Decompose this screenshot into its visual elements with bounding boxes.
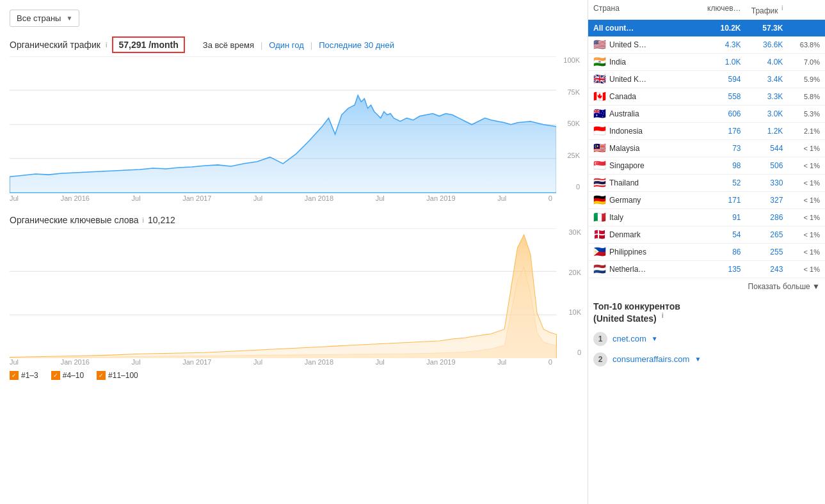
country-name: Philippines	[609, 248, 646, 256]
time-filter-year[interactable]: Один год	[269, 40, 303, 50]
country-cell: 🇳🇱 Netherla…	[593, 264, 688, 274]
keywords-y-labels: 30K 20K 10K 0	[557, 228, 581, 356]
table-row[interactable]: 🇵🇭 Philippines 86 255 < 1%	[588, 244, 825, 261]
all-countries-traffic: 57.3K	[741, 24, 783, 33]
keywords-count: 52	[688, 178, 741, 187]
country-name: India	[609, 58, 626, 67]
traffic-count: 506	[741, 161, 783, 170]
table-all-countries-row[interactable]: All count… 10.2K 57.3K	[588, 20, 825, 36]
table-row[interactable]: 🇮🇹 Italy 91 286 < 1%	[588, 209, 825, 226]
dropdown-label: Все страны	[17, 13, 61, 23]
flag-icon: 🇬🇧	[593, 74, 606, 84]
table-row[interactable]: 🇹🇭 Thailand 52 330 < 1%	[588, 175, 825, 192]
competitors-title: Топ-10 конкурентов(United States) i	[593, 301, 820, 324]
table-row[interactable]: 🇸🇬 Singapore 98 506 < 1%	[588, 157, 825, 175]
table-row[interactable]: 🇩🇰 Denmark 54 265 < 1%	[588, 226, 825, 244]
country-name: Germany	[609, 196, 641, 205]
table-row[interactable]: 🇩🇪 Germany 171 327 < 1%	[588, 192, 825, 209]
country-name: Thailand	[609, 178, 639, 187]
y-label-75k: 75K	[567, 88, 580, 96]
competitors-section: Топ-10 конкурентов(United States) i 1 cn…	[588, 295, 825, 376]
legend-check-11-100: ✓	[97, 371, 106, 380]
traffic-count: 3.0K	[741, 109, 783, 118]
keywords-section: Органические ключевые слова i 10,212	[10, 215, 581, 380]
traffic-percent: < 1%	[783, 248, 820, 256]
country-cell: 🇮🇩 Indonesia	[593, 126, 688, 136]
competitor-link[interactable]: consumeraffairs.com	[613, 354, 689, 364]
keywords-count: 135	[688, 265, 741, 274]
table-row[interactable]: 🇲🇾 Malaysia 73 544 < 1%	[588, 140, 825, 157]
left-panel: Все страны ▼ Органический трафик i 57,29…	[0, 0, 588, 504]
flag-icon: 🇺🇸	[593, 40, 606, 50]
traffic-chart-container: 100K 75K 50K 25K 0 Jul Jan 2016 Jul Jan …	[10, 56, 581, 202]
keywords-chart	[10, 228, 557, 356]
traffic-count: 3.3K	[741, 92, 783, 101]
country-cell: 🇩🇪 Germany	[593, 195, 688, 205]
traffic-count: 36.6K	[741, 40, 783, 49]
legend-item-11-100[interactable]: ✓ #11–100	[97, 371, 138, 380]
traffic-percent: 5.9%	[783, 75, 820, 83]
flag-icon: 🇨🇦	[593, 91, 606, 102]
legend-item-4-10[interactable]: ✓ #4–10	[51, 371, 84, 380]
legend-check-1-3: ✓	[10, 371, 19, 380]
country-name: Netherla…	[609, 265, 646, 274]
keywords-count: 171	[688, 196, 741, 205]
country-name: United S…	[609, 40, 646, 49]
flag-icon: 🇮🇹	[593, 212, 606, 223]
header-keywords: ключев…	[688, 4, 741, 15]
legend-check-4-10: ✓	[51, 371, 60, 380]
table-row[interactable]: 🇮🇩 Indonesia 176 1.2K 2.1%	[588, 123, 825, 140]
traffic-count: 544	[741, 144, 783, 153]
traffic-count: 255	[741, 248, 783, 256]
all-countries-keywords: 10.2K	[688, 24, 741, 33]
traffic-percent: < 1%	[783, 214, 820, 221]
show-more[interactable]: Показать больше ▼	[588, 278, 825, 295]
country-cell: 🇨🇦 Canada	[593, 91, 688, 102]
table-row[interactable]: 🇨🇦 Canada 558 3.3K 5.8%	[588, 88, 825, 106]
country-cell: 🇹🇭 Thailand	[593, 178, 688, 188]
keywords-count: 54	[688, 230, 741, 239]
table-row[interactable]: 🇦🇺 Australia 606 3.0K 5.3%	[588, 106, 825, 123]
traffic-percent: < 1%	[783, 231, 820, 239]
traffic-percent: 2.1%	[783, 127, 820, 135]
organic-traffic-header: Органический трафик i 57,291 /month За в…	[10, 36, 581, 53]
country-cell: 🇬🇧 United K…	[593, 74, 688, 84]
table-row[interactable]: 🇳🇱 Netherla… 135 243 < 1%	[588, 261, 825, 278]
all-countries-name: All count…	[593, 24, 688, 33]
competitors-info-icon[interactable]: i	[662, 311, 664, 319]
traffic-percent: 5.3%	[783, 110, 820, 118]
traffic-percent: < 1%	[783, 162, 820, 169]
time-filter-30days[interactable]: Последние 30 дней	[319, 40, 394, 50]
keywords-header: Органические ключевые слова i 10,212	[10, 215, 581, 225]
competitor-list: 1 cnet.com ▼ 2 consumeraffairs.com ▼	[593, 329, 820, 370]
competitor-dropdown-icon[interactable]: ▼	[694, 356, 701, 363]
table-row[interactable]: 🇬🇧 United K… 594 3.4K 5.9%	[588, 71, 825, 88]
competitor-link[interactable]: cnet.com	[613, 334, 646, 343]
table-row[interactable]: 🇺🇸 United S… 4.3K 36.6K 63.8%	[588, 36, 825, 54]
y-label-50k: 50K	[567, 120, 580, 127]
country-cell: 🇵🇭 Philippines	[593, 247, 688, 257]
traffic-chart-svg	[10, 56, 556, 193]
organic-traffic-info-icon[interactable]: i	[106, 41, 107, 49]
competitor-item: 1 cnet.com ▼	[593, 329, 820, 349]
table-header-row: Страна ключев… Трафик i	[588, 0, 825, 20]
country-cell: 🇦🇺 Australia	[593, 109, 688, 119]
time-filter-all[interactable]: За всё время	[203, 40, 254, 50]
country-cell: 🇩🇰 Denmark	[593, 230, 688, 240]
legend-label-1-3: #1–3	[21, 371, 38, 380]
legend-item-1-3[interactable]: ✓ #1–3	[10, 371, 38, 380]
header-traffic: Трафик i	[741, 4, 783, 15]
keywords-info-icon[interactable]: i	[143, 216, 144, 224]
flag-icon: 🇩🇰	[593, 230, 606, 240]
country-dropdown[interactable]: Все страны ▼	[10, 10, 79, 27]
competitor-item: 2 consumeraffairs.com ▼	[593, 349, 820, 370]
table-row[interactable]: 🇮🇳 India 1.0K 4.0K 7.0%	[588, 54, 825, 71]
y-label-10k: 10K	[568, 308, 581, 316]
keywords-chart-container: 30K 20K 10K 0	[10, 228, 581, 356]
flag-icon: 🇲🇾	[593, 143, 606, 154]
organic-traffic-value: 57,291 /month	[112, 36, 184, 53]
country-cell: 🇸🇬 Singapore	[593, 161, 688, 171]
keywords-count: 98	[688, 161, 741, 170]
country-name: Malaysia	[609, 144, 639, 153]
competitor-dropdown-icon[interactable]: ▼	[652, 335, 658, 342]
